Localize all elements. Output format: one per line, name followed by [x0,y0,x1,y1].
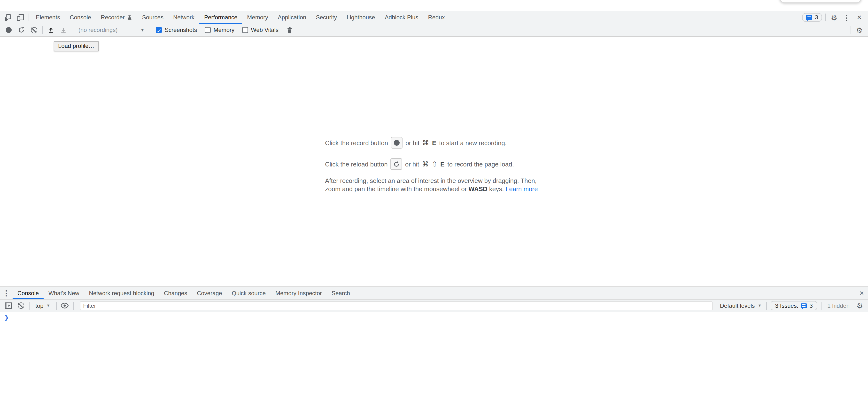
settings-button[interactable]: ⚙ [828,11,840,24]
recordings-dropdown[interactable]: (no recordings) ▼ [75,25,148,35]
tab-network[interactable]: Network [168,11,199,24]
tab-label: Coverage [197,290,222,296]
console-issues-button[interactable]: 3 Issues: 3 [771,301,817,310]
reload-instruction-post: to record the page load. [447,161,514,168]
divider [826,13,826,21]
memory-checkbox[interactable] [205,27,211,33]
drawer-tab-changes[interactable]: Changes [159,287,192,299]
screenshots-checkbox[interactable] [156,27,162,33]
drawer-tabbar: ⋮ Console What's New Network request blo… [0,287,868,300]
tab-label: Memory [247,14,268,21]
tab-label: What's New [49,290,79,296]
tab-lighthouse[interactable]: Lighthouse [342,11,380,24]
tab-application[interactable]: Application [273,11,311,24]
reload-instruction-mid: or hit [405,161,419,168]
divider [850,26,851,34]
console-settings-button[interactable]: ⚙ [854,299,866,312]
console-sidebar-toggle-button[interactable] [2,299,14,312]
reload-instruction-pre: Click the reload button [325,161,388,168]
tab-label: Memory Inspector [275,290,322,296]
record-instruction-post: to start a new recording. [439,139,507,146]
drawer-tab-network-request-blocking[interactable]: Network request blocking [84,287,159,299]
clear-icon [31,27,37,33]
performance-landing: Click the record button or hit ⌘ E to st… [325,137,553,193]
more-options-button[interactable]: ⋮ [840,11,853,24]
tab-label: Changes [164,290,187,296]
drawer-tab-coverage[interactable]: Coverage [192,287,227,299]
clear-recording-button[interactable] [28,24,40,36]
tab-adblock-plus[interactable]: Adblock Plus [380,11,423,24]
issues-count: 3 [810,302,813,309]
tab-elements[interactable]: Elements [31,11,65,24]
shift-key-icon: ⇧ [432,160,437,168]
record-instruction-row: Click the record button or hit ⌘ E to st… [325,137,553,148]
tab-sources[interactable]: Sources [137,11,168,24]
create-live-expression-button[interactable] [58,299,71,312]
record-instruction-mid: or hit [405,139,420,146]
save-profile-button[interactable] [57,24,70,36]
reload-and-record-button[interactable] [15,24,28,36]
tab-security[interactable]: Security [311,11,342,24]
load-profile-button[interactable] [44,24,57,36]
inspect-cursor-icon [4,13,11,21]
tab-memory[interactable]: Memory [242,11,273,24]
record-button-preview[interactable] [391,137,403,148]
drawer-tab-memory-inspector[interactable]: Memory Inspector [271,287,327,299]
record-icon [394,140,400,146]
clear-console-button[interactable] [14,299,27,312]
memory-checkbox-group: Memory [205,27,235,33]
tab-console[interactable]: Console [65,11,96,24]
screenshots-label: Screenshots [165,27,197,33]
close-drawer-button[interactable]: ✕ [856,287,868,299]
record-instruction-pre: Click the record button [325,139,388,146]
experimental-flask-icon [127,14,132,20]
show-sidebar-icon [5,302,12,309]
tab-label: Elements [36,14,60,21]
console-filter-input[interactable] [80,301,713,310]
tab-label: Console [18,290,39,296]
web-vitals-label: Web Vitals [251,27,279,33]
tips-text-2: keys. [489,185,504,193]
divider [151,26,151,34]
reload-instruction-row: Click the reload button or hit ⌘ ⇧ E to … [325,158,553,170]
record-button[interactable] [2,24,15,36]
close-devtools-button[interactable]: ✕ [853,11,866,24]
web-vitals-checkbox[interactable] [242,27,248,33]
context-value: top [35,302,43,309]
drawer-tab-console[interactable]: Console [12,287,43,299]
tab-redux[interactable]: Redux [423,11,450,24]
drawer-tab-search[interactable]: Search [327,287,355,299]
issues-button[interactable]: 3 [802,13,822,22]
tab-recorder[interactable]: Recorder [96,11,137,24]
tab-label: Network request blocking [89,290,154,296]
performance-toolbar: (no recordings) ▼ Screenshots Memory Web… [0,24,868,37]
tab-label: Redux [428,14,445,21]
divider [29,302,30,309]
performance-panel-content: Load profile… Click the record button or… [0,37,868,286]
drawer-tab-quick-source[interactable]: Quick source [227,287,271,299]
console-toolbar: top ▼ Default levels ▼ 3 Issues: 3 [0,300,868,312]
learn-more-link[interactable]: Learn more [506,185,538,193]
reload-icon [393,161,400,167]
capture-settings-button[interactable]: ⚙ [853,24,866,36]
inspect-element-button[interactable] [1,11,14,24]
javascript-context-dropdown[interactable]: top ▼ [31,302,54,309]
drawer-tab-whats-new[interactable]: What's New [43,287,84,299]
divider [821,302,822,309]
device-toolbar-button[interactable] [14,11,27,24]
drawer-menu-button[interactable]: ⋮ [0,287,12,299]
tab-label: Recorder [101,14,125,21]
log-levels-dropdown[interactable]: Default levels ▼ [717,302,765,309]
tab-performance[interactable]: Performance [199,11,242,24]
memory-label: Memory [213,27,235,33]
download-icon [60,26,67,34]
console-prompt[interactable]: ❯ [0,312,868,324]
issues-count: 3 [815,14,818,21]
reload-button-preview[interactable] [391,158,402,170]
garbage-collect-button[interactable] [283,24,296,36]
bubble-lines [808,16,811,17]
device-toolbar-icon [17,13,24,21]
gear-icon: ⚙ [831,14,837,21]
gear-icon: ⚙ [856,26,863,34]
console-messages-area[interactable]: ❯ [0,312,868,406]
